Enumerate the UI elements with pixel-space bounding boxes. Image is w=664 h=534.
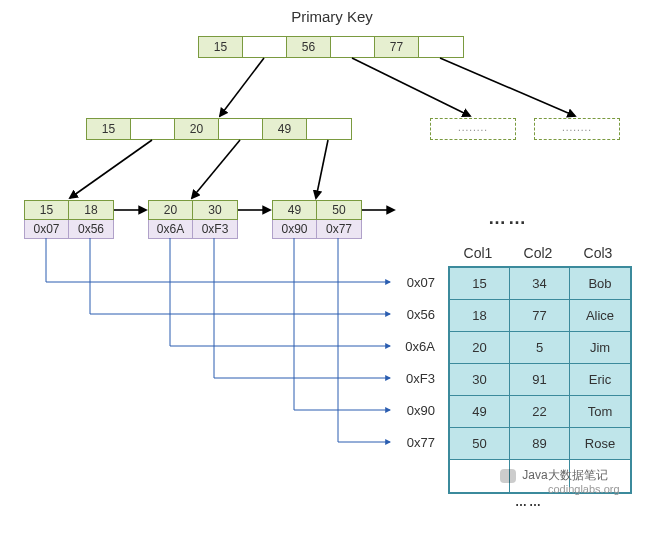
pointer-label: 0x07 <box>395 275 435 290</box>
table-row: 15 34 Bob <box>450 268 630 300</box>
pointer-label: 0x90 <box>395 403 435 418</box>
root-key: 56 <box>287 37 331 57</box>
table-row: 18 77 Alice <box>450 300 630 332</box>
table-cell: Jim <box>570 332 630 364</box>
internal-pointer <box>131 119 175 139</box>
table-cell: 49 <box>450 396 510 428</box>
table-cell: 91 <box>510 364 570 396</box>
table-cell: Bob <box>570 268 630 300</box>
leaf-addr: 0x90 <box>273 220 317 238</box>
phantom-node: ........ <box>430 118 516 140</box>
root-pointer <box>419 37 463 57</box>
svg-line-4 <box>192 140 240 198</box>
svg-line-0 <box>220 58 264 116</box>
leaf-key: 15 <box>25 201 69 219</box>
table-cell: 18 <box>450 300 510 332</box>
table-cell: 15 <box>450 268 510 300</box>
diagram-title: Primary Key <box>0 8 664 25</box>
leaf-key: 50 <box>317 201 361 219</box>
table-cell: 22 <box>510 396 570 428</box>
root-pointer <box>243 37 287 57</box>
table-cell: 77 <box>510 300 570 332</box>
leaf-node: 49 50 0x90 0x77 <box>272 200 362 239</box>
table-cell: Alice <box>570 300 630 332</box>
internal-key: 15 <box>87 119 131 139</box>
root-key: 15 <box>199 37 243 57</box>
leaf-addr: 0x07 <box>25 220 69 238</box>
leaf-node: 15 18 0x07 0x56 <box>24 200 114 239</box>
internal-node: 15 20 49 <box>86 118 352 140</box>
internal-key: 49 <box>263 119 307 139</box>
leaf-key: 18 <box>69 201 113 219</box>
table-header-row: Col1 Col2 Col3 <box>448 245 628 261</box>
pointer-label: 0x56 <box>395 307 435 322</box>
internal-pointer <box>219 119 263 139</box>
table-row: 50 89 Rose <box>450 428 630 460</box>
svg-line-3 <box>70 140 152 198</box>
leaf-addr: 0x56 <box>69 220 113 238</box>
table-cell: 50 <box>450 428 510 460</box>
internal-pointer <box>307 119 351 139</box>
phantom-node: ........ <box>534 118 620 140</box>
svg-line-1 <box>352 58 470 116</box>
table-header: Col3 <box>568 245 628 261</box>
root-key: 77 <box>375 37 419 57</box>
table-row: 49 22 Tom <box>450 396 630 428</box>
leaf-addr: 0x6A <box>149 220 193 238</box>
svg-line-2 <box>440 58 575 116</box>
table-cell: 30 <box>450 364 510 396</box>
table-cell: 89 <box>510 428 570 460</box>
table-ellipsis: …… <box>515 495 543 509</box>
root-pointer <box>331 37 375 57</box>
table-cell: 34 <box>510 268 570 300</box>
table-cell: Eric <box>570 364 630 396</box>
root-node: 15 56 77 <box>198 36 464 58</box>
table-row: 20 5 Jim <box>450 332 630 364</box>
svg-line-5 <box>316 140 328 198</box>
watermark: Java大数据笔记 <box>500 467 608 484</box>
table-row: 30 91 Eric <box>450 364 630 396</box>
table-cell: Tom <box>570 396 630 428</box>
table-header: Col1 <box>448 245 508 261</box>
table-cell: 20 <box>450 332 510 364</box>
leaf-key: 49 <box>273 201 317 219</box>
chat-icon <box>500 469 516 483</box>
leaf-key: 30 <box>193 201 237 219</box>
table-header: Col2 <box>508 245 568 261</box>
internal-key: 20 <box>175 119 219 139</box>
data-table: 15 34 Bob 18 77 Alice 20 5 Jim 30 91 Eri… <box>448 266 632 494</box>
ellipsis: …… <box>488 208 528 229</box>
pointer-label: 0xF3 <box>395 371 435 386</box>
pointer-label: 0x77 <box>395 435 435 450</box>
table-cell: 5 <box>510 332 570 364</box>
pointer-label: 0x6A <box>395 339 435 354</box>
leaf-addr: 0xF3 <box>193 220 237 238</box>
leaf-key: 20 <box>149 201 193 219</box>
table-cell: Rose <box>570 428 630 460</box>
leaf-node: 20 30 0x6A 0xF3 <box>148 200 238 239</box>
leaf-addr: 0x77 <box>317 220 361 238</box>
watermark-url: codinglabs.org <box>548 483 620 495</box>
diagram-canvas: Primary Key 15 56 77 15 20 49 ........ .… <box>0 0 664 534</box>
